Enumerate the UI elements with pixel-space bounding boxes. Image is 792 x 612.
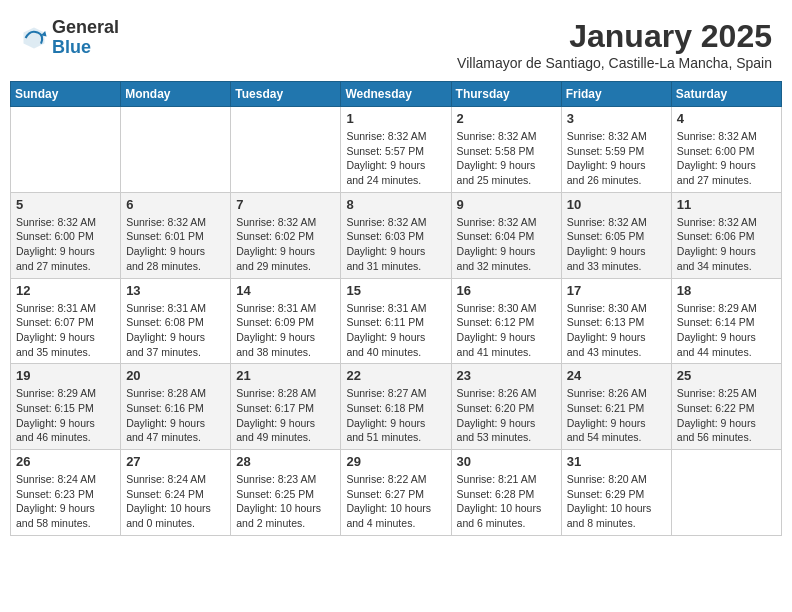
calendar-cell: [121, 107, 231, 193]
day-number: 8: [346, 197, 445, 212]
day-detail: Sunrise: 8:23 AM Sunset: 6:25 PM Dayligh…: [236, 472, 335, 531]
calendar-cell: 8Sunrise: 8:32 AM Sunset: 6:03 PM Daylig…: [341, 192, 451, 278]
calendar-cell: 1Sunrise: 8:32 AM Sunset: 5:57 PM Daylig…: [341, 107, 451, 193]
day-detail: Sunrise: 8:31 AM Sunset: 6:09 PM Dayligh…: [236, 301, 335, 360]
day-detail: Sunrise: 8:21 AM Sunset: 6:28 PM Dayligh…: [457, 472, 556, 531]
calendar-cell: 21Sunrise: 8:28 AM Sunset: 6:17 PM Dayli…: [231, 364, 341, 450]
day-detail: Sunrise: 8:25 AM Sunset: 6:22 PM Dayligh…: [677, 386, 776, 445]
day-detail: Sunrise: 8:32 AM Sunset: 6:04 PM Dayligh…: [457, 215, 556, 274]
day-number: 30: [457, 454, 556, 469]
day-number: 17: [567, 283, 666, 298]
day-detail: Sunrise: 8:24 AM Sunset: 6:23 PM Dayligh…: [16, 472, 115, 531]
calendar-cell: 7Sunrise: 8:32 AM Sunset: 6:02 PM Daylig…: [231, 192, 341, 278]
day-detail: Sunrise: 8:32 AM Sunset: 6:00 PM Dayligh…: [677, 129, 776, 188]
day-number: 31: [567, 454, 666, 469]
weekday-header-saturday: Saturday: [671, 82, 781, 107]
calendar-week-row: 5Sunrise: 8:32 AM Sunset: 6:00 PM Daylig…: [11, 192, 782, 278]
calendar-week-row: 1Sunrise: 8:32 AM Sunset: 5:57 PM Daylig…: [11, 107, 782, 193]
day-detail: Sunrise: 8:28 AM Sunset: 6:16 PM Dayligh…: [126, 386, 225, 445]
day-detail: Sunrise: 8:32 AM Sunset: 5:59 PM Dayligh…: [567, 129, 666, 188]
day-detail: Sunrise: 8:32 AM Sunset: 6:02 PM Dayligh…: [236, 215, 335, 274]
day-detail: Sunrise: 8:26 AM Sunset: 6:20 PM Dayligh…: [457, 386, 556, 445]
day-detail: Sunrise: 8:24 AM Sunset: 6:24 PM Dayligh…: [126, 472, 225, 531]
calendar-cell: 15Sunrise: 8:31 AM Sunset: 6:11 PM Dayli…: [341, 278, 451, 364]
day-number: 26: [16, 454, 115, 469]
day-number: 15: [346, 283, 445, 298]
calendar-cell: 6Sunrise: 8:32 AM Sunset: 6:01 PM Daylig…: [121, 192, 231, 278]
logo: General Blue: [20, 18, 119, 58]
calendar-cell: 31Sunrise: 8:20 AM Sunset: 6:29 PM Dayli…: [561, 450, 671, 536]
day-number: 23: [457, 368, 556, 383]
day-number: 16: [457, 283, 556, 298]
day-number: 5: [16, 197, 115, 212]
day-detail: Sunrise: 8:32 AM Sunset: 6:00 PM Dayligh…: [16, 215, 115, 274]
calendar-cell: 19Sunrise: 8:29 AM Sunset: 6:15 PM Dayli…: [11, 364, 121, 450]
calendar-cell: 9Sunrise: 8:32 AM Sunset: 6:04 PM Daylig…: [451, 192, 561, 278]
day-detail: Sunrise: 8:30 AM Sunset: 6:13 PM Dayligh…: [567, 301, 666, 360]
weekday-header-wednesday: Wednesday: [341, 82, 451, 107]
day-detail: Sunrise: 8:29 AM Sunset: 6:14 PM Dayligh…: [677, 301, 776, 360]
day-number: 14: [236, 283, 335, 298]
day-detail: Sunrise: 8:32 AM Sunset: 6:01 PM Dayligh…: [126, 215, 225, 274]
day-detail: Sunrise: 8:22 AM Sunset: 6:27 PM Dayligh…: [346, 472, 445, 531]
calendar-cell: [231, 107, 341, 193]
day-detail: Sunrise: 8:28 AM Sunset: 6:17 PM Dayligh…: [236, 386, 335, 445]
day-number: 7: [236, 197, 335, 212]
title-area: January 2025 Villamayor de Santiago, Cas…: [457, 18, 772, 71]
calendar-cell: 10Sunrise: 8:32 AM Sunset: 6:05 PM Dayli…: [561, 192, 671, 278]
day-number: 3: [567, 111, 666, 126]
day-detail: Sunrise: 8:32 AM Sunset: 6:05 PM Dayligh…: [567, 215, 666, 274]
calendar-cell: 12Sunrise: 8:31 AM Sunset: 6:07 PM Dayli…: [11, 278, 121, 364]
day-detail: Sunrise: 8:20 AM Sunset: 6:29 PM Dayligh…: [567, 472, 666, 531]
weekday-header-thursday: Thursday: [451, 82, 561, 107]
day-detail: Sunrise: 8:31 AM Sunset: 6:08 PM Dayligh…: [126, 301, 225, 360]
day-number: 22: [346, 368, 445, 383]
day-detail: Sunrise: 8:32 AM Sunset: 5:57 PM Dayligh…: [346, 129, 445, 188]
location-subtitle: Villamayor de Santiago, Castille-La Manc…: [457, 55, 772, 71]
logo-icon: [20, 24, 48, 52]
page-header: General Blue January 2025 Villamayor de …: [10, 10, 782, 75]
calendar-cell: 27Sunrise: 8:24 AM Sunset: 6:24 PM Dayli…: [121, 450, 231, 536]
calendar-table: SundayMondayTuesdayWednesdayThursdayFrid…: [10, 81, 782, 536]
weekday-header-monday: Monday: [121, 82, 231, 107]
day-number: 1: [346, 111, 445, 126]
calendar-cell: 2Sunrise: 8:32 AM Sunset: 5:58 PM Daylig…: [451, 107, 561, 193]
calendar-cell: 30Sunrise: 8:21 AM Sunset: 6:28 PM Dayli…: [451, 450, 561, 536]
weekday-header-tuesday: Tuesday: [231, 82, 341, 107]
calendar-cell: 4Sunrise: 8:32 AM Sunset: 6:00 PM Daylig…: [671, 107, 781, 193]
day-number: 4: [677, 111, 776, 126]
calendar-cell: 14Sunrise: 8:31 AM Sunset: 6:09 PM Dayli…: [231, 278, 341, 364]
day-detail: Sunrise: 8:32 AM Sunset: 6:06 PM Dayligh…: [677, 215, 776, 274]
calendar-cell: 23Sunrise: 8:26 AM Sunset: 6:20 PM Dayli…: [451, 364, 561, 450]
calendar-cell: 22Sunrise: 8:27 AM Sunset: 6:18 PM Dayli…: [341, 364, 451, 450]
calendar-cell: 13Sunrise: 8:31 AM Sunset: 6:08 PM Dayli…: [121, 278, 231, 364]
day-detail: Sunrise: 8:29 AM Sunset: 6:15 PM Dayligh…: [16, 386, 115, 445]
calendar-cell: 11Sunrise: 8:32 AM Sunset: 6:06 PM Dayli…: [671, 192, 781, 278]
day-number: 18: [677, 283, 776, 298]
calendar-cell: 26Sunrise: 8:24 AM Sunset: 6:23 PM Dayli…: [11, 450, 121, 536]
day-number: 6: [126, 197, 225, 212]
day-detail: Sunrise: 8:31 AM Sunset: 6:11 PM Dayligh…: [346, 301, 445, 360]
weekday-header-row: SundayMondayTuesdayWednesdayThursdayFrid…: [11, 82, 782, 107]
day-number: 10: [567, 197, 666, 212]
logo-general-text: General: [52, 17, 119, 37]
day-detail: Sunrise: 8:32 AM Sunset: 6:03 PM Dayligh…: [346, 215, 445, 274]
calendar-cell: 3Sunrise: 8:32 AM Sunset: 5:59 PM Daylig…: [561, 107, 671, 193]
day-number: 27: [126, 454, 225, 469]
day-number: 24: [567, 368, 666, 383]
calendar-cell: 28Sunrise: 8:23 AM Sunset: 6:25 PM Dayli…: [231, 450, 341, 536]
calendar-cell: 18Sunrise: 8:29 AM Sunset: 6:14 PM Dayli…: [671, 278, 781, 364]
weekday-header-friday: Friday: [561, 82, 671, 107]
calendar-cell: 29Sunrise: 8:22 AM Sunset: 6:27 PM Dayli…: [341, 450, 451, 536]
day-number: 9: [457, 197, 556, 212]
day-number: 21: [236, 368, 335, 383]
calendar-cell: [11, 107, 121, 193]
calendar-week-row: 12Sunrise: 8:31 AM Sunset: 6:07 PM Dayli…: [11, 278, 782, 364]
calendar-cell: 25Sunrise: 8:25 AM Sunset: 6:22 PM Dayli…: [671, 364, 781, 450]
month-title: January 2025: [457, 18, 772, 55]
day-number: 29: [346, 454, 445, 469]
day-number: 12: [16, 283, 115, 298]
logo-text: General Blue: [52, 18, 119, 58]
day-detail: Sunrise: 8:30 AM Sunset: 6:12 PM Dayligh…: [457, 301, 556, 360]
calendar-week-row: 19Sunrise: 8:29 AM Sunset: 6:15 PM Dayli…: [11, 364, 782, 450]
